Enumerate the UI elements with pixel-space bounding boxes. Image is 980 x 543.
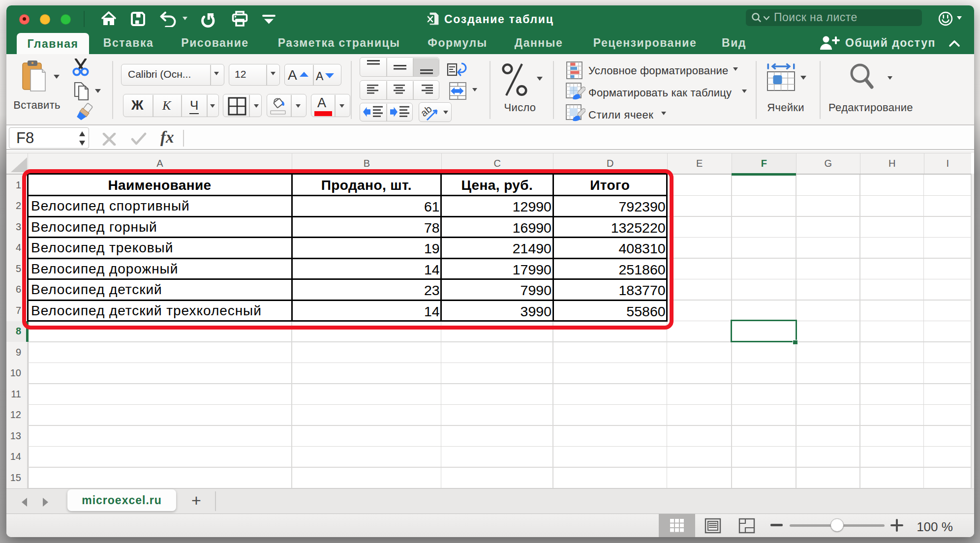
svg-text:ab: ab: [421, 103, 434, 119]
